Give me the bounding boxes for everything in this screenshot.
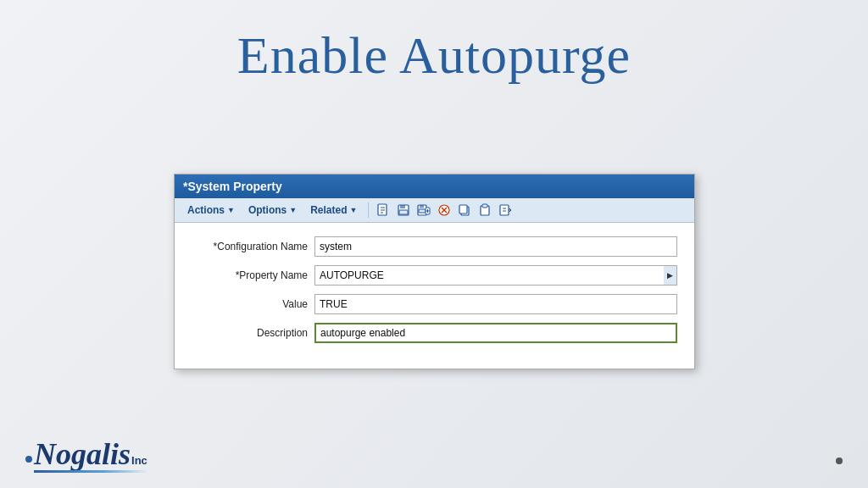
actions-label: Actions	[187, 204, 225, 216]
svg-rect-20	[500, 205, 509, 215]
options-label: Options	[248, 204, 287, 216]
options-chevron-icon: ▼	[289, 206, 297, 214]
config-name-row: *Configuration Name	[192, 236, 677, 257]
config-name-input[interactable]	[314, 236, 677, 257]
svg-rect-17	[459, 205, 467, 214]
property-name-input[interactable]	[314, 265, 664, 286]
svg-rect-9	[419, 209, 426, 213]
options-button[interactable]: Options ▼	[242, 202, 303, 219]
export-icon[interactable]	[496, 202, 515, 219]
description-label: Description	[192, 327, 314, 339]
description-row: Description	[192, 323, 677, 343]
related-chevron-icon: ▼	[350, 206, 358, 214]
logo: NogalisInc	[25, 439, 147, 469]
value-label: Value	[192, 298, 314, 310]
logo-dot	[25, 456, 32, 463]
description-input[interactable]	[314, 323, 677, 343]
config-name-label: *Configuration Name	[192, 241, 314, 252]
related-button[interactable]: Related ▼	[304, 202, 363, 219]
actions-chevron-icon: ▼	[227, 206, 235, 214]
value-input[interactable]	[314, 294, 677, 314]
svg-rect-19	[482, 204, 487, 208]
svg-rect-5	[400, 205, 405, 208]
copy-icon[interactable]	[455, 202, 474, 219]
delete-icon[interactable]	[435, 202, 453, 219]
logo-text: Nogalis	[34, 437, 131, 471]
new-icon[interactable]	[374, 202, 392, 219]
toolbar: Actions ▼ Options ▼ Related ▼	[175, 198, 694, 223]
paste-icon[interactable]	[476, 202, 494, 219]
system-property-panel: *System Property Actions ▼ Options ▼ Rel…	[174, 174, 695, 369]
toolbar-divider-1	[368, 202, 369, 218]
panel-titlebar: *System Property	[175, 175, 694, 198]
form-content: *Configuration Name *Property Name ▶ Val…	[175, 223, 694, 369]
property-name-input-wrapper: ▶	[314, 265, 677, 286]
save-and-new-icon[interactable]	[415, 202, 433, 219]
property-name-arrow-icon[interactable]: ▶	[664, 265, 677, 286]
bottom-right-dot	[836, 458, 843, 464]
logo-wrapper: NogalisInc	[34, 439, 147, 469]
svg-rect-6	[399, 210, 408, 214]
save-icon[interactable]	[394, 202, 413, 219]
svg-rect-8	[420, 205, 424, 208]
actions-button[interactable]: Actions ▼	[181, 202, 241, 219]
logo-inc: Inc	[131, 454, 147, 467]
logo-underline	[34, 470, 147, 473]
related-label: Related	[310, 204, 347, 216]
panel-title: *System Property	[183, 180, 282, 193]
slide-title: Enable Autopurge	[0, 25, 868, 86]
value-row: Value	[192, 294, 677, 314]
property-name-label: *Property Name	[192, 269, 314, 281]
property-name-row: *Property Name ▶	[192, 265, 677, 286]
